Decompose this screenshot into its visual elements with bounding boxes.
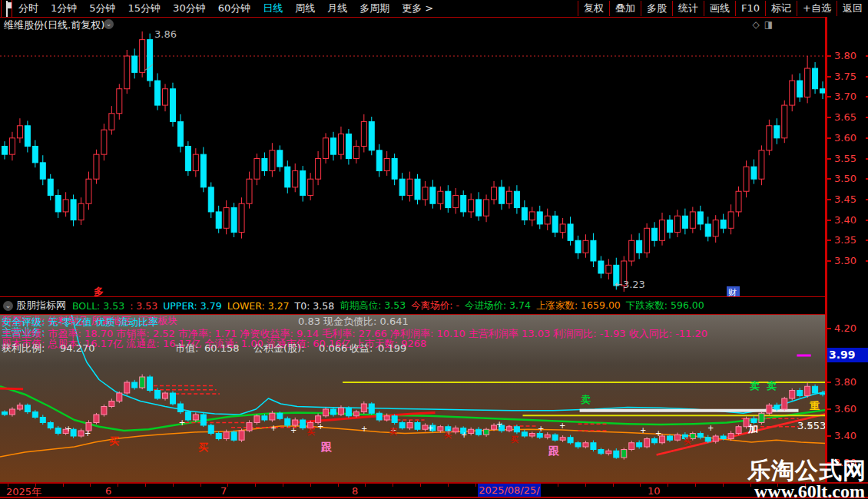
collapse-icon[interactable]: ⌄ (3, 301, 13, 311)
toolbar-action-6[interactable]: 标记 (765, 1, 797, 16)
sub-candle-body (17, 405, 22, 409)
scale-tick (827, 55, 831, 57)
scale-tick (827, 178, 831, 180)
sub-candle-body (353, 412, 359, 416)
axis-tick (448, 484, 449, 487)
cross-marker: + (461, 431, 467, 439)
indicator-value-0: BOLL: 3.53 (72, 300, 124, 312)
selected-date-box[interactable]: 2025/08/25/一 (478, 484, 541, 497)
sub-candle-body (124, 382, 130, 393)
sub-candle-body (117, 393, 122, 402)
candle-body (177, 121, 183, 146)
axis-tick (723, 484, 724, 487)
candle-body (2, 146, 8, 154)
main-scale-3.35: 3.35 (834, 234, 856, 246)
red-left-line (0, 388, 23, 389)
sub-candle-body (797, 391, 803, 396)
sub-candle-body (713, 436, 718, 441)
pane-mini-icons[interactable]: ◇◨ (752, 19, 777, 30)
sub-candle-body (277, 413, 283, 418)
candle-body (744, 167, 749, 191)
sub-candle-body (376, 413, 382, 420)
candle-body (782, 105, 787, 138)
window-split-icon-box[interactable] (1, 0, 12, 18)
main-scale-3.55: 3.55 (834, 153, 856, 164)
toolbar-period-5[interactable]: 60分钟 (212, 0, 257, 17)
sub-candle-body (239, 431, 244, 440)
diamond-icon[interactable]: ◇ (752, 19, 764, 30)
sub-candle-body (453, 428, 459, 432)
cross-marker: + (655, 429, 661, 438)
toolbar-action-1[interactable]: 叠加 (609, 1, 641, 16)
candle-body (338, 134, 343, 154)
toolbar-action-8[interactable]: 返回 (837, 1, 868, 16)
toolbar-period-1[interactable]: 1分钟 (45, 0, 83, 17)
sub-candle-body (369, 404, 374, 413)
toolbar-period-10[interactable]: 更多 > (396, 0, 439, 17)
sub-candle-body (285, 418, 290, 425)
candle-body (361, 121, 366, 146)
axis-tick (90, 484, 91, 487)
sub-candle-body (216, 434, 221, 439)
split-pane-icon[interactable]: ◨ (764, 19, 777, 30)
candle-body (109, 114, 114, 130)
candle-body (813, 68, 818, 89)
candle-body (721, 220, 726, 229)
toolbar-period-3[interactable]: 15分钟 (122, 0, 167, 17)
sub-candle-body (32, 412, 38, 418)
cross-marker: + (270, 424, 277, 432)
toolbar-action-5[interactable]: F10 (735, 1, 765, 16)
high-annotation: 3.86 (154, 31, 177, 40)
axis-tick (695, 484, 696, 487)
sub-candle-body (614, 451, 619, 458)
axis-tick (200, 484, 201, 487)
sub-candle-body (254, 416, 260, 423)
candle-body (78, 203, 84, 220)
candle-body (461, 196, 466, 212)
top-toolbar: 分时1分钟5分钟15分钟30分钟60分钟日线周线月线多周期更多 > 复权叠加多股… (0, 0, 868, 17)
sub-candle-body (9, 409, 15, 415)
toolbar-period-2[interactable]: 5分钟 (83, 0, 121, 17)
candle-body (751, 167, 757, 179)
toolbar-period-7[interactable]: 周线 (289, 0, 321, 17)
title-dropdown-icon[interactable]: ⌄ (104, 19, 114, 29)
sub-candle-body (629, 443, 634, 450)
cross-marker: + (84, 429, 91, 438)
candle-body (446, 191, 451, 207)
toolbar-action-4[interactable]: 画线 (704, 1, 735, 16)
watermark-cn: 乐淘公式网 (747, 458, 866, 483)
sub-candle-body (384, 416, 389, 420)
candle-body (438, 191, 443, 203)
candle-body (407, 179, 412, 195)
toolbar-period-4[interactable]: 30分钟 (167, 0, 212, 17)
scale-tick (827, 240, 831, 241)
candle-body (583, 240, 588, 253)
toolbar-action-3[interactable]: 统计 (672, 1, 704, 16)
sub-candle-body (101, 407, 107, 415)
toolbar-period-6[interactable]: 日线 (257, 0, 289, 17)
signal-marker-跟-8: 跟 (548, 444, 559, 458)
indicator-value-9: 下跌家数: 596.00 (626, 299, 704, 312)
toolbar-period-0[interactable]: 分时 (12, 0, 45, 17)
sub-candle-body (560, 438, 565, 441)
sub-candle-body (200, 415, 206, 425)
toolbar-period-9[interactable]: 多周期 (353, 0, 396, 17)
scale-tick (827, 76, 831, 78)
toolbar-action-2[interactable]: 多股 (641, 1, 672, 16)
main-chart-pane[interactable]: 3.86←3.23多财 (0, 31, 826, 296)
scale-tick (827, 260, 831, 262)
toolbar-period-8[interactable]: 月线 (321, 0, 353, 17)
sub-candle-body (697, 434, 703, 438)
sub-candle-body (667, 436, 672, 440)
indicator-sub-pane[interactable]: ++++++++++++++++++所属行业: 饮料制品 所属地区: 江苏板块安… (0, 315, 826, 482)
sub-candle-body (193, 415, 198, 420)
candle-body (674, 216, 680, 232)
axis-tick (255, 484, 256, 487)
sub-candle-body (522, 432, 527, 436)
candle-body (522, 208, 527, 220)
sub-candle-body (736, 427, 741, 434)
toolbar-action-7[interactable]: +自选 (797, 1, 837, 16)
axis-month-8: 8 (352, 485, 358, 497)
price-scale-column: 3.803.753.703.653.603.553.503.453.403.35… (826, 17, 868, 482)
toolbar-action-0[interactable]: 复权 (578, 1, 609, 16)
